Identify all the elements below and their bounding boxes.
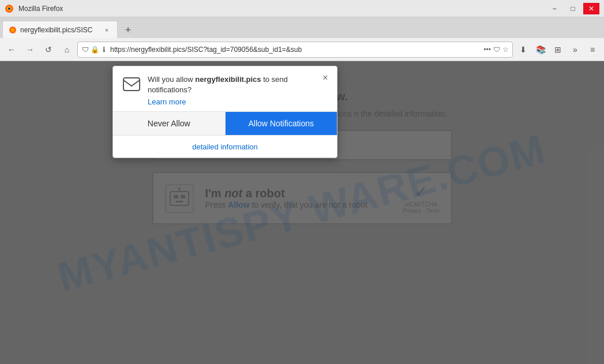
titlebar-controls: − □ ✕ (546, 3, 599, 14)
popup-learn-more-link[interactable]: Learn more (148, 97, 186, 106)
browser-content: ose this window. osed by clicking 'Allow… (0, 61, 604, 364)
notification-popup: Will you allow nergyflexibilit.pics to s… (112, 66, 337, 158)
active-tab[interactable]: nergyflexibilit.pics/SISC × (2, 21, 118, 38)
shield-icon: 🛡 (81, 46, 89, 54)
popup-close-button[interactable]: × (320, 72, 331, 84)
new-tab-button[interactable]: + (120, 22, 136, 38)
lock-icon: 🔒 (91, 46, 99, 54)
firefox-logo-icon (5, 4, 14, 13)
allow-notifications-button[interactable]: Allow Notifications (226, 112, 337, 135)
library-button[interactable]: 📚 (532, 42, 549, 58)
popup-buttons: Never Allow Allow Notifications (113, 111, 337, 135)
extensions-button[interactable]: » (567, 42, 583, 58)
tab-title: nergyflexibilit.pics/SISC (20, 26, 99, 34)
urlbar-right-icons: ••• 🛡 ☆ (483, 46, 509, 54)
minimize-button[interactable]: − (546, 3, 562, 14)
info-icon: ℹ (100, 46, 108, 54)
titlebar-left: Mozilla Firefox (5, 4, 63, 13)
svg-rect-11 (123, 78, 140, 91)
urlbar-security-icons: 🛡 🔒 ℹ (81, 46, 108, 54)
close-button[interactable]: ✕ (583, 3, 599, 14)
menu-button[interactable]: ≡ (584, 42, 601, 58)
never-allow-button[interactable]: Never Allow (113, 112, 226, 135)
notification-icon (122, 76, 141, 94)
tabs-button[interactable]: ⊞ (550, 42, 566, 58)
navbar: ← → ↺ ⌂ 🛡 🔒 ℹ https://nergyflexibilit.pi… (0, 38, 604, 61)
popup-domain: nergyflexibilit.pics (195, 75, 261, 84)
popup-header: Will you allow nergyflexibilit.pics to s… (113, 66, 337, 111)
refresh-button[interactable]: ↺ (40, 42, 57, 58)
tab-close-button[interactable]: × (102, 25, 111, 35)
maximize-button[interactable]: □ (565, 3, 581, 14)
urlbar-bookmark-icon[interactable]: ☆ (502, 46, 509, 54)
tab-favicon-icon (9, 26, 17, 34)
home-button[interactable]: ⌂ (59, 42, 75, 58)
urlbar-more-icon[interactable]: ••• (483, 46, 491, 54)
detailed-information-link[interactable]: detailed information (192, 142, 257, 151)
popup-text: Will you allow nergyflexibilit.pics to s… (148, 74, 328, 107)
popup-question: Will you allow nergyflexibilit.pics to s… (148, 74, 328, 95)
tabbar: nergyflexibilit.pics/SISC × + (0, 17, 604, 38)
url-text: https://nergyflexibilit.pics/SISC?tag_id… (110, 46, 481, 54)
svg-point-4 (11, 28, 14, 32)
svg-point-2 (8, 7, 10, 10)
titlebar: Mozilla Firefox − □ ✕ (0, 0, 604, 17)
popup-detailed-section: detailed information (113, 135, 337, 157)
titlebar-title: Mozilla Firefox (18, 5, 63, 13)
toolbar-icons: ⬇ 📚 ⊞ » ≡ (515, 42, 601, 58)
download-button[interactable]: ⬇ (515, 42, 531, 58)
back-button[interactable]: ← (3, 42, 20, 58)
forward-button[interactable]: → (22, 42, 38, 58)
popup-question-start: Will you allow (148, 75, 195, 84)
urlbar-shield-icon[interactable]: 🛡 (493, 46, 500, 54)
urlbar[interactable]: 🛡 🔒 ℹ https://nergyflexibilit.pics/SISC?… (77, 42, 513, 58)
